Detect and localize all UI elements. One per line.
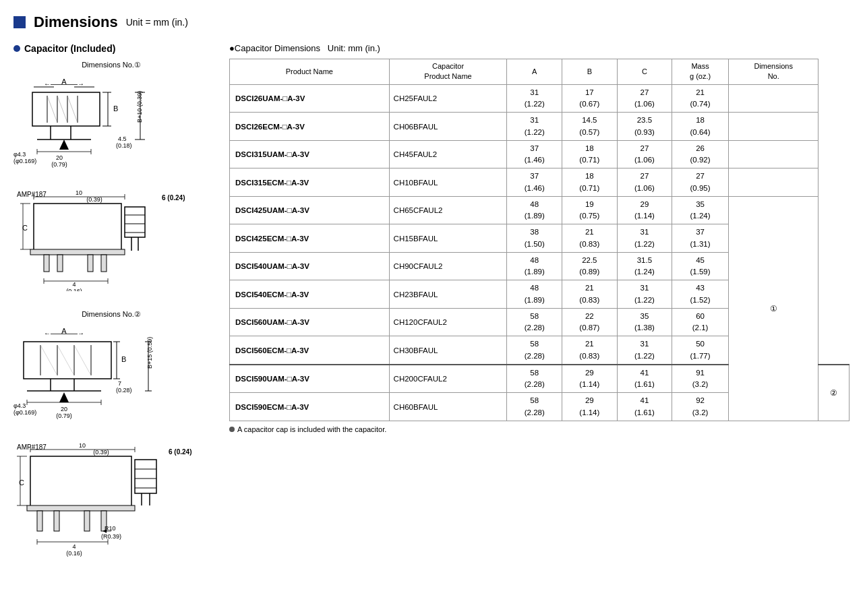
footnote-text: A capacitor cap is included with the cap… — [237, 425, 386, 433]
header-icon — [13, 16, 26, 28]
cell-mass: 92(3.2) — [672, 393, 729, 421]
cell-mass: 26(0.92) — [672, 140, 729, 168]
cell-product: DSCI26ECM-□A-3V — [230, 113, 390, 141]
table-row: DSCI26ECM-□A-3VCH06BFAUL31(1.22)14.5(0.5… — [230, 113, 850, 141]
cell-c: 41(1.61) — [617, 393, 672, 421]
dimension-diagram-1: Dimensions No.① A ←————→ — [13, 61, 209, 291]
cell-c: 41(1.61) — [617, 365, 672, 393]
svg-rect-38 — [88, 255, 93, 272]
svg-text:6 (0.24): 6 (0.24) — [162, 194, 185, 202]
cell-dim-no — [728, 113, 819, 141]
cell-cap: CH45FAUL2 — [389, 140, 507, 168]
left-column: Capacitor (Included) Dimensions No.① A ←… — [13, 43, 209, 576]
cell-mass: 50(1.77) — [672, 336, 729, 365]
cell-cap: CH30BFAUL — [389, 336, 507, 365]
cell-b: 17(0.67) — [562, 84, 618, 113]
svg-text:(0.39): (0.39) — [86, 196, 102, 203]
svg-rect-63 — [24, 342, 111, 379]
svg-marker-19 — [59, 140, 69, 150]
cell-b: 21(0.83) — [562, 280, 618, 309]
svg-text:4: 4 — [72, 543, 76, 550]
cell-dim-no — [728, 140, 819, 168]
cell-c: 31(1.22) — [617, 224, 672, 253]
footnote-dot — [229, 427, 235, 432]
svg-text:C: C — [19, 479, 24, 487]
cell-b: 18(0.71) — [562, 140, 618, 168]
cell-a: 48(1.89) — [507, 196, 562, 224]
cell-cap: CH120CFAUL2 — [389, 308, 507, 336]
svg-text:(0.79): (0.79) — [51, 161, 67, 168]
col-c: C — [617, 59, 672, 85]
svg-text:(φ0.169): (φ0.169) — [13, 158, 36, 164]
cap-dim-header: ●Capacitor Dimensions Unit: mm (in.) — [229, 43, 850, 53]
svg-rect-95 — [37, 511, 42, 531]
svg-rect-39 — [101, 255, 107, 272]
svg-text:B: B — [113, 104, 118, 113]
col-dim-no: DimensionsNo. — [728, 59, 819, 85]
cell-c: 27(1.06) — [617, 168, 672, 197]
page-title: Dimensions — [34, 13, 118, 31]
cell-c: 31(1.22) — [617, 280, 672, 309]
cell-a: 31(1.22) — [507, 113, 562, 141]
cell-b: 22(0.87) — [562, 308, 618, 336]
cell-mass: 91(3.2) — [672, 365, 729, 393]
cell-a: 58(2.28) — [507, 336, 562, 365]
cell-cap: CH60BFAUL — [389, 393, 507, 421]
cell-product: DSCI590UAM-□A-3V — [230, 365, 390, 393]
col-cap-product-name: CapacitorProduct Name — [389, 59, 507, 85]
cell-b: 19(0.75) — [562, 196, 618, 224]
cell-cap: CH200CFAUL2 — [389, 365, 507, 393]
table-row: DSCI425UAM-□A-3VCH65CFAUL248(1.89)19(0.7… — [230, 196, 850, 224]
cell-dim-no: ② — [819, 365, 850, 421]
cell-c: 31.5(1.24) — [617, 252, 672, 280]
cap-dim-unit: Unit: mm (in.) — [323, 43, 380, 53]
svg-text:(0.16): (0.16) — [66, 550, 82, 557]
svg-line-69 — [57, 345, 74, 375]
svg-line-70 — [74, 345, 91, 375]
col-mass: Massg (oz.) — [672, 59, 729, 85]
diagram-amp187-1: AMP#187 — [13, 187, 189, 291]
diagram-amp187-2: AMP#187 — [13, 439, 196, 557]
col-b: B — [562, 59, 618, 85]
svg-text:(0.39): (0.39) — [93, 449, 109, 456]
cell-cap: CH10BFAUL — [389, 168, 507, 197]
cell-a: 37(1.46) — [507, 140, 562, 168]
svg-rect-96 — [54, 511, 59, 531]
cell-a: 58(2.28) — [507, 365, 562, 393]
svg-rect-35 — [30, 249, 125, 255]
cell-c: 23.5(0.93) — [617, 113, 672, 141]
cell-product: DSCI540ECM-□A-3V — [230, 280, 390, 309]
cell-mass: 43(1.52) — [672, 280, 729, 309]
cell-a: 48(1.89) — [507, 280, 562, 309]
col-product-name: Product Name — [230, 59, 390, 85]
dimension-diagram-2: Dimensions No.② A ←————→ B — [13, 310, 209, 557]
cell-a: 38(1.50) — [507, 224, 562, 253]
cell-b: 21(0.83) — [562, 224, 618, 253]
svg-text:7: 7 — [118, 380, 121, 387]
svg-text:B: B — [121, 355, 126, 363]
dimensions-table: Product Name CapacitorProduct Name A B C… — [229, 59, 850, 421]
svg-rect-34 — [34, 204, 121, 251]
cell-b: 22.5(0.89) — [562, 252, 618, 280]
col-a: A — [507, 59, 562, 85]
section-title: Capacitor (Included) — [13, 43, 209, 54]
cell-a: 37(1.46) — [507, 168, 562, 197]
svg-rect-93 — [30, 456, 131, 507]
cell-product: DSCI560UAM-□A-3V — [230, 308, 390, 336]
dim1-label: Dimensions No.① — [13, 61, 209, 69]
cell-cap: CH23BFAUL — [389, 280, 507, 309]
svg-text:10: 10 — [76, 189, 82, 196]
svg-rect-37 — [57, 255, 63, 272]
cell-mass: 27(0.95) — [672, 168, 729, 197]
bullet-icon — [13, 45, 20, 52]
cell-cap: CH25FAUL2 — [389, 84, 507, 113]
cell-c: 27(1.06) — [617, 140, 672, 168]
svg-text:←————→: ←————→ — [44, 80, 84, 88]
svg-text:6 (0.24): 6 (0.24) — [169, 448, 191, 456]
svg-line-10 — [57, 96, 67, 123]
svg-text:B+10 (0.39): B+10 (0.39) — [136, 91, 143, 123]
cell-mass: 60(2.1) — [672, 308, 729, 336]
cell-cap: CH90CFAUL2 — [389, 252, 507, 280]
svg-text:20: 20 — [56, 154, 63, 161]
svg-text:4.5: 4.5 — [118, 135, 127, 142]
